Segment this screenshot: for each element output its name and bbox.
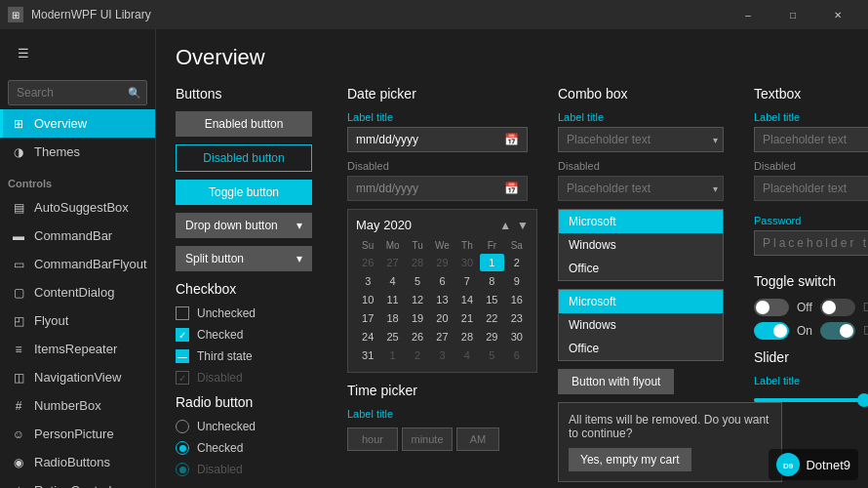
cal-day[interactable]: 4 bbox=[380, 272, 404, 290]
cal-header-tu: Tu bbox=[406, 238, 429, 253]
cal-day[interactable]: 31 bbox=[356, 346, 379, 364]
cal-day[interactable]: 28 bbox=[455, 328, 479, 346]
cal-day[interactable]: 17 bbox=[356, 309, 379, 327]
timepicker-ampm[interactable] bbox=[456, 427, 499, 451]
toggle-on[interactable] bbox=[754, 322, 789, 340]
enabled-button[interactable]: Enabled button bbox=[176, 111, 312, 137]
combobox-option-office[interactable]: Office bbox=[559, 257, 723, 280]
cal-day[interactable]: 29 bbox=[430, 254, 454, 271]
cal-day[interactable]: 30 bbox=[505, 328, 529, 346]
sidebar-item-radiobuttons[interactable]: ◉ RadioButtons bbox=[0, 448, 155, 476]
cal-day[interactable]: 21 bbox=[455, 309, 479, 327]
search-input[interactable] bbox=[8, 80, 147, 105]
cal-day[interactable]: 26 bbox=[406, 328, 429, 346]
hamburger-button[interactable]: ☰ bbox=[8, 37, 39, 68]
combobox-option2-office[interactable]: Office bbox=[559, 337, 723, 360]
cal-day[interactable]: 15 bbox=[480, 291, 503, 308]
datepicker-input[interactable]: mm/dd/yyyy 📅 bbox=[347, 127, 528, 152]
calendar-prev[interactable]: ▲ bbox=[499, 219, 511, 232]
sidebar-item-numberbox[interactable]: # NumberBox bbox=[0, 391, 155, 420]
cal-day[interactable]: 4 bbox=[455, 346, 479, 364]
cal-day[interactable]: 16 bbox=[505, 291, 529, 308]
cal-day[interactable]: 2 bbox=[406, 346, 429, 364]
cal-day[interactable]: 27 bbox=[430, 328, 454, 346]
cal-day[interactable]: 5 bbox=[480, 346, 503, 364]
cal-day[interactable]: 6 bbox=[430, 272, 454, 290]
cal-day[interactable]: 27 bbox=[380, 254, 404, 271]
cal-day[interactable]: 13 bbox=[430, 291, 454, 308]
cal-day[interactable]: 23 bbox=[505, 309, 529, 327]
maximize-button[interactable]: □ bbox=[770, 0, 815, 29]
cal-day[interactable]: 30 bbox=[455, 254, 479, 271]
minimize-button[interactable]: – bbox=[726, 0, 770, 29]
cal-day[interactable]: 22 bbox=[480, 309, 503, 327]
checkbox-box-unchecked[interactable] bbox=[176, 306, 189, 320]
sidebar-item-contentdialog[interactable]: ▢ ContentDialog bbox=[0, 278, 155, 306]
cal-header-su: Su bbox=[356, 238, 379, 253]
cal-day[interactable]: 8 bbox=[480, 272, 503, 290]
cal-day[interactable]: 10 bbox=[356, 291, 379, 308]
cal-day[interactable]: 14 bbox=[455, 291, 479, 308]
timepicker-minute[interactable] bbox=[402, 427, 453, 451]
cal-day[interactable]: 19 bbox=[406, 309, 429, 327]
cal-day[interactable]: 28 bbox=[406, 254, 429, 271]
cal-day[interactable]: 20 bbox=[430, 309, 454, 327]
cal-header-fr: Fr bbox=[480, 238, 503, 253]
cal-day[interactable]: 1 bbox=[380, 346, 404, 364]
cal-day-today[interactable]: 1 bbox=[480, 254, 503, 271]
slider-track[interactable] bbox=[754, 398, 868, 402]
sidebar-item-navigationview[interactable]: ◫ NavigationView bbox=[0, 363, 155, 391]
checkbox-box-checked[interactable]: ✓ bbox=[176, 328, 189, 342]
cal-day[interactable]: 3 bbox=[356, 272, 379, 290]
sidebar-item-themes[interactable]: ◑ Themes bbox=[0, 138, 155, 166]
checkbox-box-third[interactable]: — bbox=[176, 349, 189, 363]
toggle-off[interactable] bbox=[754, 299, 789, 316]
cal-day[interactable]: 26 bbox=[356, 254, 379, 271]
cal-day[interactable]: 3 bbox=[430, 346, 454, 364]
timepicker-hour[interactable] bbox=[347, 427, 398, 451]
sidebar-item-autosuggestbox[interactable]: ▤ AutoSuggestBox bbox=[0, 193, 155, 222]
cal-day[interactable]: 9 bbox=[505, 272, 529, 290]
flyout-confirm-button[interactable]: Yes, empty my cart bbox=[569, 448, 691, 471]
checkbox-unchecked: Unchecked bbox=[176, 306, 332, 320]
cal-day[interactable]: 24 bbox=[356, 328, 379, 346]
close-button[interactable]: ✕ bbox=[815, 0, 860, 29]
toggle-thumb-disabled-on bbox=[840, 324, 853, 338]
combobox-option2-microsoft[interactable]: Microsoft bbox=[559, 290, 723, 313]
sidebar-item-commandbar[interactable]: ▬ CommandBar bbox=[0, 222, 155, 250]
textbox-input[interactable] bbox=[754, 127, 868, 152]
disabled-button[interactable]: Disabled button bbox=[176, 144, 312, 172]
dropdown-button[interactable]: Drop down button ▾ bbox=[176, 213, 312, 238]
cal-day[interactable]: 25 bbox=[380, 328, 404, 346]
radio-circle-checked[interactable] bbox=[176, 441, 189, 455]
password-input[interactable] bbox=[754, 230, 868, 256]
checkbox-section-title: Checkbox bbox=[176, 281, 332, 297]
toggle-button[interactable]: Toggle button bbox=[176, 180, 312, 205]
cal-day[interactable]: 6 bbox=[505, 346, 529, 364]
cal-day[interactable]: 5 bbox=[406, 272, 429, 290]
commandbarflyout-icon: ▭ bbox=[11, 258, 26, 271]
cal-day[interactable]: 11 bbox=[380, 291, 404, 308]
combobox-option-microsoft[interactable]: Microsoft bbox=[559, 210, 723, 233]
cal-day[interactable]: 18 bbox=[380, 309, 404, 327]
combobox-dropdown2: Microsoft Windows Office bbox=[558, 289, 724, 361]
calendar-next[interactable]: ▼ bbox=[517, 219, 529, 232]
combobox-input[interactable] bbox=[558, 127, 724, 152]
cal-day[interactable]: 2 bbox=[505, 254, 529, 271]
sidebar-item-ratingcontrol[interactable]: ★ RatingControl bbox=[0, 476, 155, 488]
cal-day[interactable]: 7 bbox=[455, 272, 479, 290]
flyout-button[interactable]: Button with flyout bbox=[558, 369, 674, 394]
sidebar-item-personpicture[interactable]: ☺ PersonPicture bbox=[0, 420, 155, 448]
dropdown-arrow-icon: ▾ bbox=[296, 219, 302, 232]
radio-circle-unchecked[interactable] bbox=[176, 420, 189, 433]
split-button[interactable]: Split button ▾ bbox=[176, 246, 312, 271]
slider-thumb[interactable] bbox=[857, 393, 868, 407]
sidebar-item-itemsrepeater[interactable]: ≡ ItemsRepeater bbox=[0, 335, 155, 363]
combobox-option-windows[interactable]: Windows bbox=[559, 233, 723, 257]
cal-day[interactable]: 12 bbox=[406, 291, 429, 308]
sidebar-item-overview[interactable]: ⊞ Overview bbox=[0, 109, 155, 138]
cal-day[interactable]: 29 bbox=[480, 328, 503, 346]
sidebar-item-commandbarflyout[interactable]: ▭ CommandBarFlyout bbox=[0, 250, 155, 278]
sidebar-item-flyout[interactable]: ◰ Flyout bbox=[0, 306, 155, 335]
combobox-option2-windows[interactable]: Windows bbox=[559, 313, 723, 337]
